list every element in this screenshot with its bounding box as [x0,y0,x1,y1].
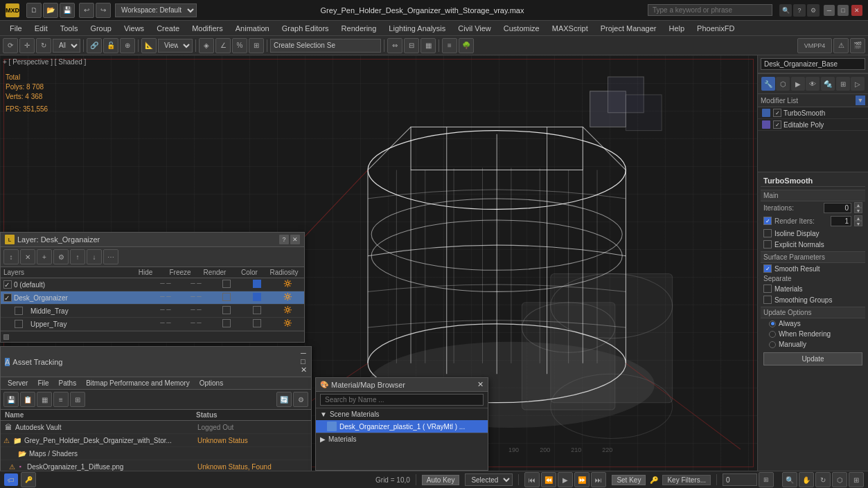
layer-row-middle[interactable]: Middle_Tray ─ ─ ─ ─ 🔆 [1,305,304,318]
asset-menu-options[interactable]: Options [195,379,227,388]
explicit-normals-check[interactable] [763,240,772,248]
layer-resize-handle[interactable] [3,334,9,340]
asset-menu-file[interactable]: File [33,379,53,388]
pan-btn[interactable]: ✋ [799,472,814,487]
asset-row-maps[interactable]: 📂 Maps / Shaders [1,447,311,460]
ref-coord[interactable]: 📐 [141,38,157,53]
move-tool[interactable]: ✛ [19,38,35,53]
modifier-turbosmooth[interactable]: ✓ TurboSmooth [758,107,868,119]
filter-dropdown[interactable]: All [53,39,80,53]
viewport-area[interactable]: + [ Perspective ] [ Shaded ] Total Polys… [0,55,757,471]
prev-frame-btn[interactable]: ⏪ [541,472,556,487]
frame-input[interactable] [723,473,757,486]
menu-create[interactable]: Create [151,23,185,34]
view-dropdown[interactable]: View [158,39,193,53]
mirror-tool[interactable]: ⇔ [387,38,402,53]
layer-tb-btn3[interactable]: + [37,249,52,264]
minimize-btn[interactable]: ─ [824,5,835,16]
rp-tab-arrow[interactable]: ▷ [851,77,865,91]
maximize-viewport-btn[interactable]: ⊞ [849,472,864,487]
render-setup[interactable]: 🎬 [850,38,865,53]
help-icon[interactable]: ? [793,4,806,17]
layer-panel-close[interactable]: ✕ [290,235,300,244]
asset-menu-server[interactable]: Server [3,379,32,388]
menu-views[interactable]: Views [118,23,150,34]
play-btn[interactable]: ▶ [558,472,573,487]
materials-section-header[interactable]: ▶ Materials [316,433,488,445]
selected-dropdown[interactable]: Selected [465,473,513,486]
iterations-input[interactable] [824,203,851,213]
link-tool[interactable]: 🔗 [87,38,102,53]
close-btn[interactable]: ✕ [851,5,862,16]
orbit-btn[interactable]: ↻ [815,472,831,487]
menu-modifiers[interactable]: Modifiers [186,23,229,34]
layer-tb-btn2[interactable]: ✕ [20,249,35,264]
asset-row-vault[interactable]: 🏛 Autodesk Vault Logged Out [1,421,311,434]
layer-check-default[interactable]: ✓ [3,280,12,289]
layer-tb-btn1[interactable]: ↕ [3,249,19,264]
vmpp4-btn[interactable]: VMPP4 [797,38,832,53]
asset-row-grey-pen[interactable]: ⚠ 📁 Grey_Pen_Holder_Desk_Organizer_with_… [1,434,311,447]
menu-rendering[interactable]: Rendering [336,23,382,34]
menu-file[interactable]: File [4,23,28,34]
menu-customize[interactable]: Customize [498,23,545,34]
rp-tab-utilities[interactable]: 🔩 [821,77,835,91]
unlink-tool[interactable]: 🔓 [103,38,118,53]
menu-animation[interactable]: Animation [230,23,275,34]
align-tool[interactable]: ⊟ [404,38,419,53]
render-iters-check[interactable]: ✓ [763,217,772,225]
mat-browser-close[interactable]: ✕ [477,380,484,389]
layer-check-desk[interactable]: ✓ [3,293,12,302]
warning-btn[interactable]: ⚠ [833,38,849,53]
layer-row-default[interactable]: ✓ 0 (default) ─ ─ ─ ─ 🔆 [1,278,304,291]
key-filters-button[interactable]: Key Filters... [662,475,711,485]
angle-snap[interactable]: ∠ [215,38,231,53]
select-tool[interactable]: ⟳ [3,38,18,53]
menu-help[interactable]: Help [663,23,690,34]
asset-tb1[interactable]: 💾 [3,392,19,407]
layer-panel-question[interactable]: ? [279,235,289,244]
rp-tab-extra[interactable]: ⊞ [836,77,850,91]
menu-project-manager[interactable]: Project Manager [595,23,662,34]
open-btn[interactable]: 📂 [43,3,58,18]
set-key-button[interactable]: Set Key [612,475,646,485]
rp-tab-modify[interactable]: 🔧 [761,77,775,91]
field-of-view-btn[interactable]: ⬡ [832,472,847,487]
layer-manager[interactable]: ≡ [442,38,457,53]
asset-tb-refresh[interactable]: 🔄 [276,392,292,407]
iterations-up[interactable]: ▲ [854,202,862,208]
modifier-list-dropdown-btn[interactable]: ▼ [856,96,865,105]
menu-tools[interactable]: Tools [55,23,84,34]
workspace-dropdown[interactable]: Workspace: Default [115,3,197,17]
new-btn[interactable]: 🗋 [26,3,42,18]
auto-key-button[interactable]: Auto Key [422,475,460,485]
manually-radio[interactable] [769,341,776,348]
asset-tb5[interactable]: ⊞ [70,392,85,407]
asset-tb-settings[interactable]: ⚙ [293,392,308,407]
asset-panel-minimize[interactable]: ─ [301,349,307,357]
asset-tb3[interactable]: ▦ [37,392,52,407]
status-key-icon[interactable]: 🔑 [21,472,36,487]
maximize-btn[interactable]: □ [838,5,849,16]
layer-check-middle[interactable] [15,307,23,315]
menu-phoenixfd[interactable]: PhoenixFD [691,23,740,34]
search-icon[interactable]: 🔍 [779,4,792,17]
rotate-tool[interactable]: ↻ [36,38,51,53]
menu-civil-view[interactable]: Civil View [452,23,496,34]
layer-row-upper[interactable]: Upper_Tray ─ ─ ─ ─ 🔆 [1,318,304,331]
start-frame-btn[interactable]: ⏮ [524,472,540,487]
next-frame-btn[interactable]: ⏩ [574,472,590,487]
render-iters-input[interactable] [831,216,851,226]
asset-panel-maximize[interactable]: □ [301,357,307,365]
smooth-result-check[interactable]: ✓ [763,264,772,273]
save-btn[interactable]: 💾 [60,3,75,18]
selection-set[interactable] [270,39,381,53]
title-search[interactable] [648,4,772,16]
turbosmooth-checkbox[interactable]: ✓ [773,109,781,117]
asset-tb4[interactable]: ≡ [53,392,69,407]
mat-item-desk-organizer[interactable]: Desk_Organizer_plastic_1 ( VRayMtl ) ... [316,420,488,433]
layer-tb-btn5[interactable]: ↑ [70,249,85,264]
layer-tb-btn7[interactable]: ⋯ [103,249,118,264]
menu-graph-editors[interactable]: Graph Editors [276,23,335,34]
rp-tab-hierarchy[interactable]: ⬡ [776,77,790,91]
